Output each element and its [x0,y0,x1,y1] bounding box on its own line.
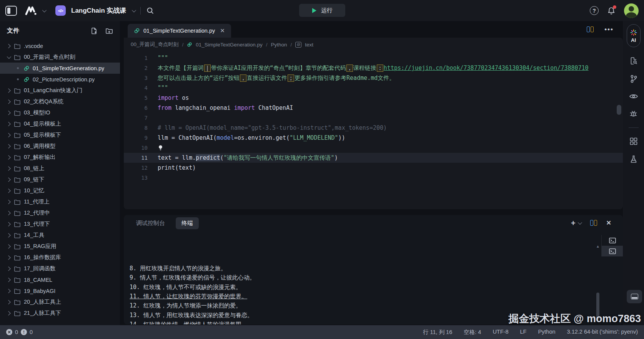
tree-folder[interactable]: 05_提示模板下 [0,129,120,141]
folder-icon [14,310,21,316]
tree-folder[interactable]: 06_调用模型 [0,141,120,152]
run-button[interactable]: 运行 [299,4,345,17]
tree-file[interactable]: 01_SimpleTextGeneration.py [0,63,120,74]
split-editor-icon[interactable] [587,26,594,32]
divider [629,127,639,128]
tree-folder[interactable]: 14_工具 [0,230,120,241]
toggle-panel-button[interactable] [627,290,642,303]
tree-folder[interactable]: .vscode [0,40,120,51]
code-line[interactable]: 11text = llm.predict("请给我写一句情人节红玫瑰的中文宣传语… [124,153,623,163]
tree-folder[interactable]: 18_CAMEL [0,274,120,285]
code-line[interactable]: 6from langchain_openai import ChatOpenAI [124,103,623,113]
tree-item-label: 17_回调函数 [24,265,55,272]
tree-folder[interactable]: 10_记忆 [0,185,120,196]
tree-folder[interactable]: 09_链下 [0,174,120,185]
line-number: 12 [124,165,148,171]
more-actions-icon[interactable]: ••• [604,28,614,31]
code-token: from [158,104,171,111]
tab-debug-console[interactable]: 调试控制台 [136,220,165,227]
lightbulb-icon[interactable] [158,145,163,151]
editor-tab[interactable]: 01_SimpleTextGeneration.py ✕ [128,24,231,38]
tree-folder[interactable]: 19_BabyAGI [0,285,120,296]
status-item[interactable]: UTF-8 [493,329,508,336]
tab-terminal[interactable]: 终端 [176,217,199,229]
breadcrumb-item[interactable]: text [305,42,313,48]
breadcrumb-item[interactable]: Python [271,42,287,48]
code-line[interactable]: 8# llm = OpenAI(model_name="gpt-3.5-turb… [124,123,623,133]
new-terminal-button[interactable]: + [571,220,581,226]
tree-folder[interactable]: 07_解析输出 [0,152,120,163]
search-in-files-icon[interactable] [629,56,638,65]
close-panel-icon[interactable]: ✕ [606,219,611,227]
test-flask-icon[interactable] [629,155,638,164]
new-folder-icon[interactable] [105,27,113,35]
folder-icon [14,110,21,116]
tree-folder[interactable]: 15_RAG应用 [0,241,120,252]
editor-area: 01_SimpleTextGeneration.py ✕ ••• 00_开篇词_… [120,21,623,325]
search-icon[interactable] [146,7,154,15]
code-line[interactable]: 10 [124,143,623,153]
tree-folder[interactable]: 01_LangChain快速入门 [0,85,120,96]
terminal-instance[interactable] [602,235,623,246]
chevron-right-icon [6,155,10,159]
terminal-output[interactable]: 8. 用红玫瑰开启情人节的浪漫之旅。9. 情人节，红玫瑰传递爱的信号，让彼此心动… [130,245,573,324]
tree-folder[interactable]: 04_提示模板上 [0,118,120,129]
code-line[interactable]: 2本文件是【开篇词｜带你亲证AI应用开发的“奇点”时刻】章节的配套代码，课程链接… [124,63,623,73]
tree-folder[interactable]: 11_代理上 [0,196,120,207]
folder-icon [14,177,21,183]
tree-folder[interactable]: 21_人脉工具下 [0,308,120,319]
notifications-bell-icon[interactable] [607,7,616,15]
breadcrumb-item[interactable]: 00_开篇词_奇点时刻 [131,41,179,48]
extensions-grid-icon[interactable] [629,137,638,146]
chevron-right-icon [6,233,10,237]
code-token: """ [158,84,168,91]
code-line[interactable]: 7 [124,113,623,123]
tree-folder[interactable]: 00_开篇词_奇点时刻 [0,51,120,63]
terminal-panel: 调试控制台 终端 + ✕ 8. 用红玫瑰开启情人节的浪漫之旅。9. 情人节，红玫… [124,215,623,324]
chevron-down-icon[interactable] [42,8,47,12]
chevron-down-icon[interactable] [131,8,136,12]
code-line[interactable]: 4""" [124,83,623,93]
code-editor[interactable]: 00_开篇词_奇点时刻/01_SimpleTextGeneration.py/P… [124,38,623,209]
code-token: ， [346,64,353,72]
marscode-logo[interactable] [25,6,37,15]
code-line[interactable]: 3您可以点击最上方的“运行”按钮，直接运行该文件；更多操作指引请参考Readme… [124,73,623,83]
help-icon[interactable]: ? [590,6,599,15]
debug-bug-icon[interactable] [629,109,638,118]
tree-folder[interactable]: 17_回调函数 [0,263,120,274]
new-file-icon[interactable] [90,27,98,35]
status-item[interactable]: Python [538,329,555,336]
split-terminal-icon[interactable] [590,220,597,226]
status-item[interactable]: 行 11, 列 16 [423,329,452,336]
code-line[interactable]: 12print(text) [124,163,623,173]
editor-scrollbar[interactable] [617,105,621,115]
toggle-sidebar-icon[interactable] [5,6,17,16]
avatar[interactable] [624,3,639,18]
status-item[interactable]: 空格: 4 [464,329,481,336]
code-line[interactable]: 13 [124,173,623,183]
code-line[interactable]: 5import os [124,93,623,103]
tree-folder[interactable]: 16_操作数据库 [0,252,120,263]
preview-eye-icon[interactable] [629,93,638,100]
terminal-scrollbar[interactable]: ▲ [596,244,600,321]
breadcrumb-item[interactable]: 01_SimpleTextGeneration.py [196,42,262,48]
tree-folder[interactable]: 20_人脉工具上 [0,296,120,308]
tree-folder[interactable]: 02_文档QA系统 [0,96,120,107]
status-item[interactable]: LF [520,329,526,336]
tree-folder[interactable]: 08_链上 [0,163,120,174]
tree-folder[interactable]: 13_代理下 [0,218,120,230]
tree-file[interactable]: 02_PictureDescription.py [0,74,120,85]
errors-count[interactable]: 0 [15,329,18,335]
tree-item-label: 16_操作数据库 [24,254,61,261]
tree-folder[interactable]: 03_模型IO [0,107,120,118]
terminal-instance-active[interactable] [602,246,623,256]
status-item[interactable]: 3.12.2 64-bit ('shims': pyenv) [567,329,638,336]
project-name[interactable]: LangChain 实战课 [71,6,126,15]
source-control-icon[interactable] [629,74,638,83]
code-line[interactable]: 1""" [124,53,623,63]
close-tab-icon[interactable]: ✕ [220,27,225,34]
ai-assistant-button[interactable]: AI [627,24,641,47]
warnings-count[interactable]: 0 [30,329,33,335]
code-line[interactable]: 9llm = ChatOpenAI(model=os.environ.get("… [124,133,623,143]
tree-folder[interactable]: 12_代理中 [0,207,120,218]
